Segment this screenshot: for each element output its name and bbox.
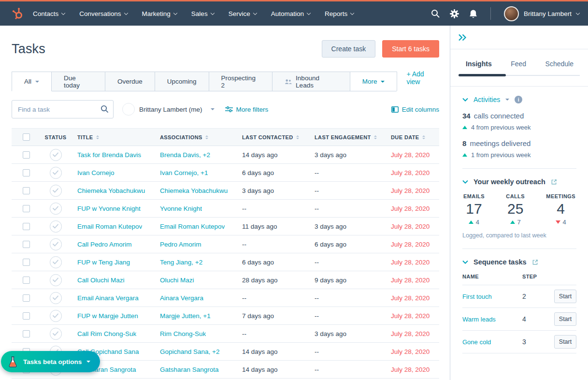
association-link[interactable]: Yvonne Knight bbox=[160, 205, 202, 212]
association-link[interactable]: Oluchi Mazi bbox=[160, 277, 194, 284]
status-check-icon[interactable] bbox=[50, 149, 62, 161]
sequence-start-button[interactable]: Start bbox=[554, 335, 576, 349]
task-title-link[interactable]: Email Roman Kutepov bbox=[77, 223, 142, 230]
hubspot-logo-icon[interactable] bbox=[11, 6, 26, 21]
nav-item-service[interactable]: Service bbox=[229, 10, 257, 17]
nav-item-marketing[interactable]: Marketing bbox=[142, 10, 177, 17]
view-tab-prospecting-2[interactable]: Prospecting 2 bbox=[209, 72, 273, 91]
task-title-link[interactable]: Chiemeka Yobachukwu bbox=[77, 187, 145, 194]
task-title-link[interactable]: FUP w Yvonne Knight bbox=[77, 205, 141, 212]
nav-item-contacts[interactable]: Contacts bbox=[33, 10, 65, 17]
task-title-link[interactable]: Call Oluchi Mazi bbox=[77, 277, 125, 284]
row-checkbox[interactable] bbox=[23, 294, 30, 302]
column-header-title[interactable]: TITLE bbox=[71, 134, 160, 141]
row-checkbox[interactable] bbox=[23, 169, 30, 176]
column-header-last-contacted[interactable]: LAST CONTACTED bbox=[242, 134, 315, 141]
view-tab-more[interactable]: More bbox=[350, 72, 398, 91]
chevron-down-icon[interactable] bbox=[462, 98, 468, 102]
task-title-link[interactable]: FUP w Teng Jiang bbox=[77, 259, 130, 266]
task-title-link[interactable]: Call Pedro Amorim bbox=[77, 241, 132, 248]
column-header-status[interactable]: STATUS bbox=[41, 134, 71, 140]
association-link[interactable]: Ivan Cornejo, +1 bbox=[160, 169, 208, 176]
sort-icon[interactable] bbox=[96, 134, 99, 141]
column-header-last-engagement[interactable]: LAST ENGAGEMENT bbox=[315, 134, 391, 141]
external-link-icon[interactable] bbox=[551, 179, 557, 185]
collapse-sidebar-icon[interactable] bbox=[458, 34, 467, 41]
task-title-link[interactable]: FUP w Margje Jutten bbox=[77, 312, 138, 320]
search-icon[interactable] bbox=[431, 9, 440, 18]
bell-icon[interactable] bbox=[469, 9, 477, 18]
row-checkbox[interactable] bbox=[23, 259, 30, 266]
row-checkbox[interactable] bbox=[23, 277, 30, 284]
create-task-button[interactable]: Create task bbox=[322, 40, 376, 58]
task-title-link[interactable]: Email Ainara Vergara bbox=[77, 294, 139, 302]
row-checkbox[interactable] bbox=[23, 223, 30, 230]
sidebar-tab-schedule[interactable]: Schedule bbox=[545, 60, 574, 68]
chevron-down-icon[interactable] bbox=[462, 260, 468, 264]
sequence-name-link[interactable]: Warm leads bbox=[462, 316, 522, 323]
row-checkbox[interactable] bbox=[23, 330, 30, 337]
view-tab-inbound-leads[interactable]: Inbound Leads bbox=[272, 72, 350, 91]
column-header-associations[interactable]: ASSOCIATIONS bbox=[160, 134, 242, 141]
more-filters-button[interactable]: More filters bbox=[225, 106, 269, 113]
association-link[interactable]: Brenda Davis, +2 bbox=[160, 151, 210, 159]
association-link[interactable]: Pedro Amorim bbox=[160, 241, 201, 248]
association-link[interactable]: Chiemeka Yobachukwu bbox=[160, 187, 228, 194]
row-checkbox[interactable] bbox=[23, 187, 30, 194]
association-link[interactable]: Gopichand Sana, +2 bbox=[160, 348, 219, 355]
association-link[interactable]: Rim Chong-Suk bbox=[160, 330, 206, 337]
sort-icon[interactable] bbox=[205, 134, 208, 141]
sequence-start-button[interactable]: Start bbox=[554, 312, 576, 326]
sidebar-tab-insights[interactable]: Insights bbox=[466, 60, 492, 68]
status-check-icon[interactable] bbox=[50, 185, 62, 197]
status-check-icon[interactable] bbox=[50, 203, 62, 215]
row-checkbox[interactable] bbox=[23, 312, 30, 320]
view-tab-due-today[interactable]: Due today bbox=[51, 72, 105, 91]
gear-icon[interactable] bbox=[450, 9, 459, 18]
sort-icon[interactable] bbox=[374, 134, 377, 141]
sequence-start-button[interactable]: Start bbox=[554, 290, 576, 303]
select-all-checkbox[interactable] bbox=[23, 133, 30, 141]
nav-item-reports[interactable]: Reports bbox=[325, 10, 354, 17]
chevron-down-icon[interactable] bbox=[462, 180, 468, 184]
nav-item-conversations[interactable]: Conversations bbox=[79, 10, 127, 17]
status-check-icon[interactable] bbox=[50, 328, 62, 340]
row-checkbox[interactable] bbox=[23, 241, 30, 248]
sequence-name-link[interactable]: Gone cold bbox=[462, 338, 522, 346]
status-check-icon[interactable] bbox=[50, 220, 62, 233]
nav-item-automation[interactable]: Automation bbox=[271, 10, 310, 17]
association-link[interactable]: Email Roman Kutepov bbox=[160, 223, 225, 230]
task-title-link[interactable]: Call Rim Chong-Suk bbox=[77, 330, 136, 337]
status-check-icon[interactable] bbox=[50, 310, 62, 322]
tasks-beta-options-button[interactable]: Tasks beta options bbox=[1, 351, 100, 372]
column-header-due-date[interactable]: DUE DATE bbox=[391, 134, 439, 141]
sort-icon[interactable] bbox=[422, 134, 425, 141]
user-menu[interactable]: Brittany Lambert bbox=[504, 6, 579, 21]
association-link[interactable]: Ainara Vergara bbox=[160, 294, 203, 302]
task-title-link[interactable]: Task for Brenda Davis bbox=[77, 151, 141, 159]
activities-dropdown[interactable]: Activities bbox=[473, 96, 500, 103]
nav-item-sales[interactable]: Sales bbox=[191, 10, 214, 17]
sequence-name-link[interactable]: First touch bbox=[462, 293, 522, 300]
status-check-icon[interactable] bbox=[50, 238, 62, 250]
view-tab-overdue[interactable]: Overdue bbox=[105, 72, 155, 91]
status-check-icon[interactable] bbox=[50, 292, 62, 304]
external-link-icon[interactable] bbox=[532, 259, 538, 265]
add-view-link[interactable]: + Add view bbox=[406, 70, 439, 86]
association-link[interactable]: Gatsharan Sangrota bbox=[160, 366, 219, 373]
association-link[interactable]: Margje Jutten, +1 bbox=[160, 312, 211, 320]
search-icon[interactable] bbox=[100, 105, 109, 115]
info-icon[interactable]: i bbox=[515, 96, 522, 103]
sort-icon[interactable] bbox=[296, 134, 299, 141]
row-checkbox[interactable] bbox=[23, 151, 30, 159]
task-title-link[interactable]: Ivan Cornejo bbox=[77, 169, 115, 176]
association-link[interactable]: Teng Jiang, +2 bbox=[160, 259, 202, 266]
search-input[interactable] bbox=[12, 100, 114, 118]
start-tasks-button[interactable]: Start 6 tasks bbox=[382, 40, 439, 58]
view-tab-all[interactable]: All bbox=[12, 72, 52, 91]
view-tab-upcoming[interactable]: Upcoming bbox=[155, 72, 209, 91]
status-check-icon[interactable] bbox=[50, 256, 62, 268]
status-check-icon[interactable] bbox=[50, 274, 62, 286]
owner-filter-dropdown[interactable]: Brittany Lambert (me) bbox=[122, 103, 215, 116]
row-checkbox[interactable] bbox=[23, 205, 30, 212]
